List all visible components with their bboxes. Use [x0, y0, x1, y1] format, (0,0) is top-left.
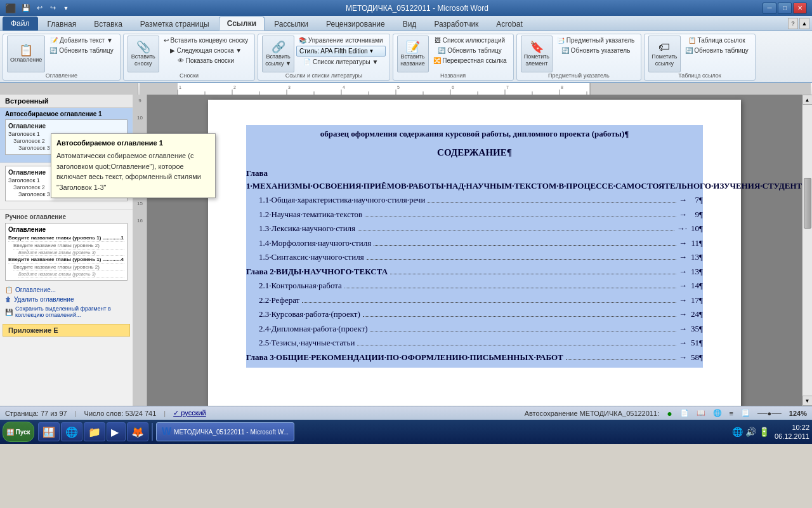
citation-label: Вставитьссылку ▼: [265, 53, 291, 67]
scroll-track[interactable]: [803, 105, 812, 396]
toc-manual-entry-2: Введите название главы (уровень 2): [13, 242, 124, 250]
maximize-button[interactable]: □: [778, 3, 792, 14]
tab-developer[interactable]: Разработчик: [426, 17, 487, 30]
next-footnote-button[interactable]: ▶ Следующая сноска ▼: [161, 46, 251, 55]
minimize-button[interactable]: ─: [763, 3, 776, 14]
scroll-down-button[interactable]: ▼: [802, 396, 813, 406]
taskbar-app-media[interactable]: ▶: [107, 422, 126, 441]
view-web-button[interactable]: 🌐: [713, 409, 722, 417]
update-table-button[interactable]: 🔄 Обновить таблицу: [47, 46, 116, 55]
tab-home[interactable]: Главная: [39, 17, 85, 30]
toc-h1-text-auto2: Заголовок 1: [8, 177, 40, 184]
document-scrollbar[interactable]: ▲ ▼: [802, 95, 812, 406]
insert-footnote-button[interactable]: 📎 Вставитьсноску: [128, 36, 159, 72]
battery-icon[interactable]: 🔋: [759, 427, 769, 437]
update-index-button[interactable]: 🔄 Обновить указатель: [554, 46, 637, 55]
mark-entry-icon: 🔖: [530, 41, 544, 53]
cross-ref-label: 🔀 Перекрестная ссылка: [433, 57, 507, 64]
scroll-thumb[interactable]: [804, 178, 811, 229]
toc-remove-button[interactable]: 🗑 Удалить оглавление: [5, 295, 128, 304]
quick-access-toolbar: ⬛ 💾 ↩ ↪ ▼: [5, 3, 72, 14]
toc-manual-entry-4: Введите название главы (уровень 1) .....…: [8, 256, 124, 264]
firefox-icon: 🦊: [131, 426, 144, 438]
doc-toc-2-3: 2.3·Курсовая·работа·(проект) → 24¶: [259, 308, 703, 321]
toc-save-label: Сохранить выделенный фрагмент в коллекци…: [15, 305, 128, 318]
taskbar-word-label: МЕТОДИЧКА_05122011 - Microsoft W...: [174, 429, 289, 436]
insert-citation-button[interactable]: 🔗 Вставитьссылку ▼: [262, 36, 294, 72]
insert-endnote-button[interactable]: ↩ Вставить концевую сноску: [161, 36, 251, 45]
taskbar-app-explorer[interactable]: 📁: [84, 422, 105, 441]
toc-button[interactable]: 📋 Оглавление: [7, 36, 45, 72]
view-fullscreen-button[interactable]: 📖: [697, 409, 705, 417]
quick-undo-button[interactable]: ↩: [34, 3, 45, 14]
ribbon-minimize-button[interactable]: ▲: [799, 18, 809, 29]
toc-actions-col: 📝 Добавить текст ▼ 🔄 Обновить таблицу: [47, 36, 116, 55]
ruler-left-pad: [0, 83, 138, 95]
tab-review[interactable]: Рецензирование: [318, 17, 393, 30]
next-footnote-label: ▶ Следующая сноска ▼: [170, 47, 242, 54]
taskbar-app-browser[interactable]: 🌐: [61, 422, 82, 441]
close-button[interactable]: ✕: [793, 3, 807, 14]
status-lang-text: русский: [181, 409, 206, 417]
taskbar: 🪟 Пуск 🪟 🌐 📁 ▶ 🦊 W МЕТОДИЧКА_05122011 - …: [0, 420, 812, 444]
update-captions-button[interactable]: 🔄 Обновить таблицу: [431, 46, 509, 55]
table-of-auth-button[interactable]: 📋 Таблица ссылок: [683, 36, 751, 45]
view-print-button[interactable]: 📄: [680, 409, 689, 417]
toc-options-button[interactable]: 📋 Оглавление...: [5, 286, 128, 294]
quick-redo-button[interactable]: ↪: [47, 3, 58, 14]
show-footnotes-button[interactable]: 👁 Показать сноски: [161, 56, 251, 65]
start-button[interactable]: 🪟 Пуск: [3, 422, 34, 442]
add-icon: 📝: [50, 37, 58, 44]
tab-view[interactable]: Вид: [395, 17, 425, 30]
view-draft-button[interactable]: 📃: [741, 409, 750, 417]
svg-text:2: 2: [233, 85, 236, 90]
doc-toc-2-1: 2.1·Контрольная·работа → 14¶: [259, 279, 703, 292]
tab-references[interactable]: Ссылки: [219, 17, 265, 30]
style-label: Стиль:: [299, 48, 319, 55]
network-icon[interactable]: 🌐: [732, 427, 743, 437]
taskbar-app-firefox[interactable]: 🦊: [127, 422, 148, 441]
manage-sources-button[interactable]: 📚 Управление источниками: [296, 36, 385, 45]
mark-citation-button[interactable]: 🏷 Пометитьссылку: [648, 36, 680, 72]
table-of-auth-col: 📋 Таблица ссылок 🔄 Обновить таблицу: [683, 36, 751, 55]
tab-acrobat[interactable]: Acrobat: [488, 17, 530, 30]
ribbon-help-button[interactable]: ?: [788, 18, 798, 29]
document-page[interactable]: образец оформления содержания курсовой р…: [208, 100, 741, 406]
footnote-icon: 📎: [136, 41, 150, 53]
index-button[interactable]: 📑 Предметный указатель: [554, 36, 637, 45]
bibliography-label: 📄 Список литературы ▼: [303, 58, 378, 65]
quick-save-button[interactable]: 💾: [20, 3, 32, 14]
ribbon-tabs: Файл Главная Вставка Разметка страницы С…: [0, 16, 812, 31]
add-text-button[interactable]: 📝 Добавить текст ▼: [47, 36, 116, 45]
tab-page-layout[interactable]: Разметка страницы: [132, 17, 218, 30]
taskbar-clock[interactable]: 10:22 06.12.2011: [775, 423, 809, 441]
doc-toc-1-5: 1.5·Синтаксис·научного·стиля → 13¶: [259, 251, 703, 264]
taskbar-word-window[interactable]: W МЕТОДИЧКА_05122011 - Microsoft W...: [156, 422, 294, 441]
zoom-slider[interactable]: ──●──: [757, 410, 782, 417]
taskbar-app-ie[interactable]: 🪟: [38, 422, 60, 441]
illustration-list-button[interactable]: 🖼 Список иллюстраций: [431, 36, 509, 45]
autosave-indicator: ●: [667, 408, 672, 418]
status-lang[interactable]: ✓ русский: [173, 409, 206, 417]
bibliography-button[interactable]: 📄 Список литературы ▼: [296, 57, 385, 67]
quick-customize-button[interactable]: ▼: [60, 3, 72, 14]
doc-toc-1-2: 1.2·Научная·тематика·текстов → 9¶: [259, 208, 703, 221]
insert-caption-button[interactable]: 📝 Вставитьназвание: [397, 36, 429, 72]
view-outline-button[interactable]: ≡: [730, 410, 733, 417]
cross-ref-button[interactable]: 🔀 Перекрестная ссылка: [431, 56, 509, 65]
style-value: APA Fifth Edition: [320, 48, 367, 55]
tab-mailings[interactable]: Рассылки: [266, 17, 317, 30]
volume-icon[interactable]: 🔊: [745, 427, 756, 437]
toc-manual-box[interactable]: Оглавление Введите название главы (урове…: [5, 223, 128, 281]
doc-toc-chapter3: Глава 3·ОБЩИЕ·РЕКОМЕНДАЦИИ·ПО·ОФОРМЛЕНИЮ…: [246, 351, 703, 364]
update-table-auth-button[interactable]: 🔄 Обновить таблицу: [683, 46, 751, 55]
update-captions-label: 🔄 Обновить таблицу: [438, 47, 501, 54]
style-dropdown[interactable]: Стиль: APA Fifth Edition ▼: [296, 46, 385, 57]
zoom-level: 124%: [789, 410, 807, 417]
tab-file[interactable]: Файл: [3, 17, 38, 30]
toc-auto1-label: Автособираемое оглавление 1: [5, 110, 128, 117]
scroll-up-button[interactable]: ▲: [802, 95, 813, 105]
toc-save-button[interactable]: 💾 Сохранить выделенный фрагмент в коллек…: [5, 305, 128, 319]
mark-entry-button[interactable]: 🔖 Пометитьэлемент: [521, 36, 553, 72]
tab-insert[interactable]: Вставка: [86, 17, 131, 30]
